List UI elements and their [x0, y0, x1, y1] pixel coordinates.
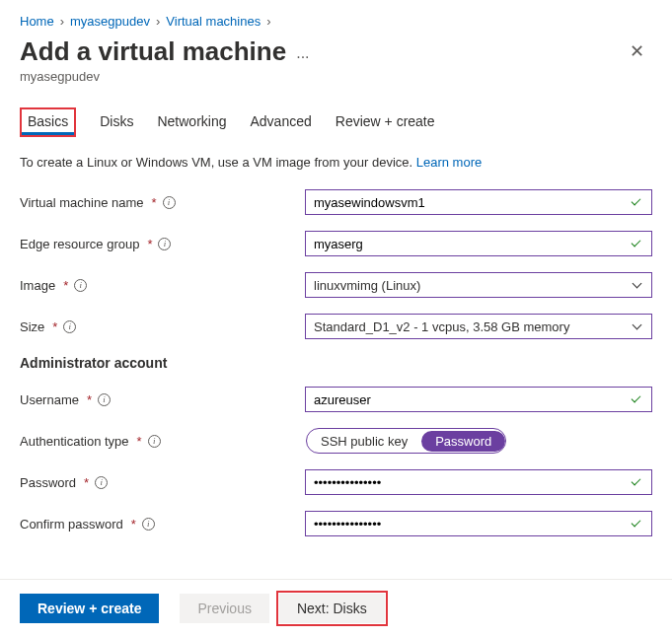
required-star-icon: *: [87, 392, 92, 407]
authtype-password[interactable]: Password: [421, 431, 505, 452]
help-text: To create a Linux or Windows VM, use a V…: [20, 155, 652, 170]
password-input[interactable]: [305, 469, 652, 495]
password-label: Password: [20, 475, 76, 490]
checkmark-icon: [631, 237, 644, 250]
checkmark-icon: [631, 517, 644, 531]
info-icon[interactable]: i: [63, 320, 76, 333]
close-icon[interactable]: ✕: [622, 36, 652, 66]
required-star-icon: *: [137, 434, 142, 449]
username-input[interactable]: [305, 387, 652, 412]
size-label: Size: [20, 319, 44, 334]
chevron-right-icon: ›: [156, 14, 160, 29]
info-icon[interactable]: i: [74, 279, 87, 292]
authtype-ssh[interactable]: SSH public key: [307, 431, 421, 452]
admin-section-heading: Administrator account: [20, 355, 652, 371]
page-subtitle: myasegpudev: [20, 69, 310, 84]
required-star-icon: *: [63, 278, 68, 293]
breadcrumb-home[interactable]: Home: [20, 14, 54, 29]
size-select[interactable]: Standard_D1_v2 - 1 vcpus, 3.58 GB memory: [305, 314, 652, 339]
confirm-password-label: Confirm password: [20, 517, 123, 531]
info-icon[interactable]: i: [158, 238, 171, 250]
checkmark-icon: [631, 195, 644, 209]
footer: Review + create Previous Next: Disks: [0, 579, 672, 637]
tab-advanced[interactable]: Advanced: [251, 107, 312, 137]
info-icon[interactable]: i: [142, 518, 155, 531]
tab-networking[interactable]: Networking: [157, 107, 226, 137]
info-icon[interactable]: i: [148, 435, 161, 448]
previous-button[interactable]: Previous: [180, 594, 268, 623]
info-icon[interactable]: i: [95, 476, 108, 489]
chevron-right-icon: ›: [266, 14, 270, 29]
required-star-icon: *: [52, 319, 57, 334]
username-label: Username: [20, 392, 79, 407]
required-star-icon: *: [147, 237, 152, 251]
confirm-password-input[interactable]: [305, 511, 652, 536]
tab-review[interactable]: Review + create: [336, 107, 435, 137]
next-button[interactable]: Next: Disks: [279, 594, 385, 623]
required-star-icon: *: [84, 475, 89, 490]
chevron-right-icon: ›: [60, 14, 64, 29]
learn-more-link[interactable]: Learn more: [416, 155, 482, 170]
info-icon[interactable]: i: [98, 393, 111, 406]
page-title: Add a virtual machine: [20, 36, 286, 67]
chevron-down-icon: [633, 321, 642, 331]
chevron-down-icon: [633, 280, 642, 290]
checkmark-icon: [631, 475, 644, 489]
required-star-icon: *: [131, 517, 136, 531]
erg-label: Edge resource group: [20, 237, 139, 251]
breadcrumb: Home › myasegpudev › Virtual machines ›: [20, 10, 652, 36]
breadcrumb-section[interactable]: Virtual machines: [166, 14, 261, 29]
breadcrumb-resource[interactable]: myasegpudev: [70, 14, 150, 29]
tabs: Basics Disks Networking Advanced Review …: [20, 107, 652, 137]
tab-basics[interactable]: Basics: [20, 107, 76, 137]
required-star-icon: *: [152, 195, 157, 210]
checkmark-icon: [631, 392, 644, 406]
vmname-label: Virtual machine name: [20, 195, 144, 210]
review-create-button[interactable]: Review + create: [20, 594, 159, 623]
vmname-input[interactable]: [305, 189, 652, 215]
image-label: Image: [20, 278, 55, 293]
more-actions-icon[interactable]: ···: [296, 40, 309, 66]
authtype-toggle: SSH public key Password: [306, 428, 506, 454]
authtype-label: Authentication type: [20, 434, 129, 449]
image-select[interactable]: linuxvmimg (Linux): [305, 272, 652, 298]
info-icon[interactable]: i: [163, 196, 176, 209]
erg-input[interactable]: [305, 231, 652, 256]
tab-disks[interactable]: Disks: [100, 107, 133, 137]
